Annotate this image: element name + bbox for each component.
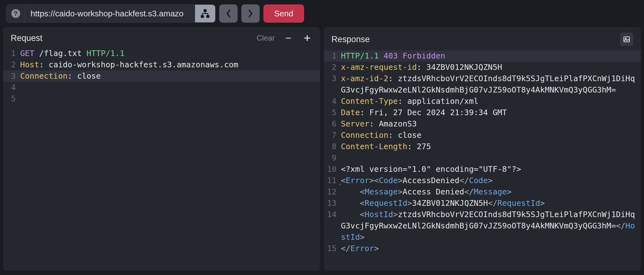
- line-content[interactable]: GET /flag.txt HTTP/1.1: [20, 48, 320, 59]
- line-number: 3: [3, 70, 20, 82]
- token: >: [360, 233, 365, 242]
- toolbar: ? Send: [0, 0, 644, 27]
- request-editor[interactable]: 1GET /flag.txt HTTP/1.12Host: caido-work…: [3, 48, 320, 271]
- token: HostId: [365, 210, 393, 219]
- network-icon: [200, 9, 210, 18]
- line-number: 1: [3, 48, 20, 59]
- clear-button[interactable]: Clear: [257, 34, 275, 42]
- token: <: [360, 210, 365, 219]
- editor-line[interactable]: 4: [3, 82, 320, 93]
- token: AmazonS3: [379, 119, 417, 128]
- editor-line[interactable]: 8Content-Length: 275: [324, 141, 641, 152]
- token: Host: [20, 60, 39, 69]
- token: Server: [341, 119, 369, 128]
- line-content[interactable]: x-amz-request-id: 34ZBV012NKJQZN5H: [341, 62, 641, 73]
- token: </: [341, 244, 350, 253]
- token: Date: [341, 108, 360, 117]
- line-number: 5: [324, 107, 341, 118]
- line-number: 4: [324, 96, 341, 107]
- token: caido-workshop-hackfest.s3.amazonaws.com: [49, 60, 238, 69]
- plus-icon: [303, 34, 311, 42]
- editor-line[interactable]: 1HTTP/1.1 403 Forbidden: [324, 50, 641, 62]
- line-content[interactable]: [20, 82, 320, 93]
- token: Message: [474, 187, 507, 196]
- token: >: [374, 244, 379, 253]
- line-content[interactable]: Content-Length: 275: [341, 141, 641, 152]
- token: >: [488, 176, 493, 185]
- editor-line[interactable]: 7Connection: close: [324, 130, 641, 141]
- token: [398, 51, 403, 60]
- token: </: [616, 221, 625, 230]
- url-input[interactable]: [25, 5, 195, 22]
- editor-line[interactable]: 12 <Message>Access Denied</Message>: [324, 186, 641, 198]
- prev-button[interactable]: [219, 4, 238, 23]
- next-button[interactable]: [241, 4, 260, 23]
- line-content[interactable]: <HostId>ztzdsVRhcboVrV2ECOInds8dT9k5SJgT…: [341, 209, 641, 243]
- editor-line[interactable]: 2Host: caido-workshop-hackfest.s3.amazon…: [3, 59, 320, 70]
- add-button[interactable]: [302, 33, 313, 43]
- editor-line[interactable]: 13 <RequestId>34ZBV012NKJQZN5H</RequestI…: [324, 198, 641, 209]
- token: :: [68, 71, 77, 81]
- line-number: 7: [324, 130, 341, 141]
- editor-line[interactable]: 5Date: Fri, 27 Dec 2024 21:39:34 GMT: [324, 107, 641, 118]
- token: :: [388, 74, 398, 83]
- line-content[interactable]: <Error><Code>AccessDenied</Code>: [341, 175, 641, 186]
- editor-line[interactable]: 1GET /flag.txt HTTP/1.1: [3, 48, 320, 59]
- line-content[interactable]: Connection: close: [20, 70, 320, 82]
- line-content[interactable]: Connection: close: [341, 130, 641, 141]
- line-number: 12: [324, 186, 341, 198]
- token: </: [488, 199, 497, 208]
- minimize-button[interactable]: [283, 33, 294, 43]
- token: Code: [469, 176, 488, 185]
- editor-line[interactable]: 5: [3, 93, 320, 104]
- line-content[interactable]: </Error>: [341, 243, 641, 254]
- editor-line[interactable]: 11⌄<Error><Code>AccessDenied</Code>: [324, 175, 641, 186]
- editor-line[interactable]: 6Server: AmazonS3: [324, 118, 641, 130]
- editor-line[interactable]: 2x-amz-request-id: 34ZBV012NKJQZN5H: [324, 62, 641, 73]
- editor-line[interactable]: 4Content-Type: application/xml: [324, 96, 641, 107]
- token: 34ZBV012NKJQZN5H: [426, 63, 502, 72]
- token: Content-Length: [341, 142, 407, 151]
- line-number: 6: [324, 118, 341, 130]
- svg-rect-0: [204, 10, 206, 12]
- line-content[interactable]: Content-Type: application/xml: [341, 96, 641, 107]
- chevron-left-icon: [226, 9, 231, 18]
- send-button[interactable]: Send: [263, 4, 304, 23]
- line-content[interactable]: Server: AmazonS3: [341, 118, 641, 130]
- response-header: Response: [324, 27, 641, 50]
- editor-line[interactable]: 9: [324, 152, 641, 164]
- line-content[interactable]: <?xml version="1.0" encoding="UTF-8"?>: [341, 164, 641, 175]
- line-number: 9: [324, 152, 341, 164]
- editor-line[interactable]: 3Connection: close: [3, 70, 320, 82]
- line-content[interactable]: Date: Fri, 27 Dec 2024 21:39:34 GMT: [341, 107, 641, 118]
- line-content[interactable]: x-amz-id-2: ztzdsVRhcboVrV2ECOInds8dT9k5…: [341, 73, 641, 96]
- help-button[interactable]: ?: [7, 4, 25, 23]
- token: :: [417, 63, 426, 72]
- response-editor[interactable]: 1HTTP/1.1 403 Forbidden2x-amz-request-id…: [324, 50, 641, 271]
- editor-line[interactable]: 3x-amz-id-2: ztzdsVRhcboVrV2ECOInds8dT9k…: [324, 73, 641, 96]
- line-content[interactable]: Host: caido-workshop-hackfest.s3.amazona…: [20, 59, 320, 70]
- token: >: [540, 199, 545, 208]
- svg-rect-2: [207, 15, 209, 17]
- token: Connection: [20, 71, 68, 81]
- url-group: ?: [6, 4, 216, 23]
- line-number: 15: [324, 243, 341, 254]
- token: RequestId: [365, 199, 407, 208]
- line-content[interactable]: <Message>Access Denied</Message>: [341, 186, 641, 198]
- editor-line[interactable]: 10<?xml version="1.0" encoding="UTF-8"?>: [324, 164, 641, 175]
- token: :: [369, 119, 379, 128]
- connection-button[interactable]: [195, 4, 215, 23]
- line-content[interactable]: HTTP/1.1 403 Forbidden: [341, 50, 641, 62]
- line-content[interactable]: [341, 152, 641, 164]
- token: Content-Type: [341, 97, 398, 106]
- response-title: Response: [331, 35, 620, 44]
- line-content[interactable]: <RequestId>34ZBV012NKJQZN5H</RequestId>: [341, 198, 641, 209]
- token: Error: [350, 244, 374, 253]
- token: close: [398, 131, 422, 140]
- request-panel: Request Clear 1GET /flag.txt HTTP/1.12Ho…: [3, 27, 320, 271]
- token: Connection: [341, 131, 388, 140]
- render-button[interactable]: [620, 33, 633, 46]
- editor-line[interactable]: 15</Error>: [324, 243, 641, 254]
- editor-line[interactable]: 14 <HostId>ztzdsVRhcboVrV2ECOInds8dT9k5S…: [324, 209, 641, 243]
- line-content[interactable]: [20, 93, 320, 104]
